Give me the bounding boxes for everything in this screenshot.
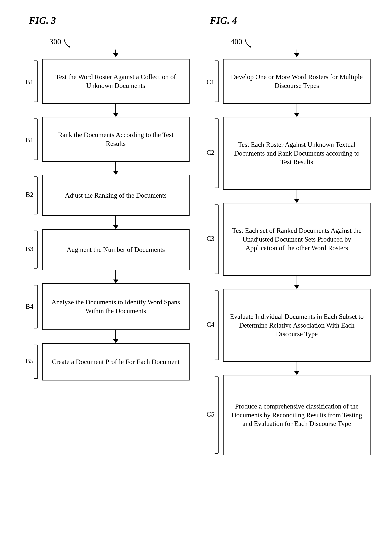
step-b5-row: B5 Create a Document Profile For Each Do… [21,343,190,380]
c4-bracket-col: C4 [202,289,223,362]
b1b-bracket: B1 [24,117,39,162]
c2-box-col: Test Each Roster Against Unknown Textual… [223,117,371,190]
b3-bracket: B3 [24,229,39,270]
step-b1a-row: B1 Test the Word Roster Against a Collec… [21,59,190,104]
fig4-title: FIG. 4 [210,15,237,26]
step-b2-box: Adjust the Ranking of the Documents [42,175,190,216]
step-c5-row: C5 Produce a comprehensive classificatio… [202,375,371,455]
step-b1b-text: Rank the Documents According to the Test… [48,130,183,148]
step-b3-box: Augment the Number of Documents [42,229,190,270]
c5-box-col: Produce a comprehensive classification o… [223,375,371,455]
step-c2-row: C2 Test Each Roster Against Unknown Text… [202,117,371,190]
step-b4-row: B4 Analyze the Documents to Identify Wor… [21,283,190,330]
svg-text:B2: B2 [26,191,33,198]
c5-bracket-col: C5 [202,375,223,455]
step-c1-box: Develop One or More Word Rosters for Mul… [223,59,371,104]
step-c4-text: Evaluate Individual Documents in Each Su… [229,312,364,338]
b1a-bracket-col: B1 [21,59,42,104]
c2-bracket: C2 [205,117,220,190]
step-b5-box: Create a Document Profile For Each Docum… [42,343,190,380]
fig4-ref: 400 [230,37,242,46]
c1-bracket: C1 [205,59,220,104]
step-b1a-text: Test the Word Roster Against a Collectio… [48,73,183,90]
b2-bracket: B2 [24,175,39,216]
step-c4-row: C4 Evaluate Individual Documents in Each… [202,289,371,362]
step-c3-box: Test Each set of Ranked Documents Agains… [223,203,371,276]
c3-bracket-col: C3 [202,203,223,276]
c2-bracket-col: C2 [202,117,223,190]
c1-box-col: Develop One or More Word Rosters for Mul… [223,59,371,104]
step-c2-box: Test Each Roster Against Unknown Textual… [223,117,371,190]
svg-text:C5: C5 [206,411,214,418]
step-b1a-box: Test the Word Roster Against a Collectio… [42,59,190,104]
step-b1b-box: Rank the Documents According to the Test… [42,117,190,162]
b4-bracket-col: B4 [21,283,42,330]
c1-bracket-col: C1 [202,59,223,104]
step-b4-text: Analyze the Documents to Identify Word S… [48,298,183,316]
svg-text:C4: C4 [206,321,214,328]
svg-text:B5: B5 [26,357,33,365]
svg-text:B3: B3 [26,245,33,253]
b3-bracket-col: B3 [21,229,42,270]
b1b-bracket-col: B1 [21,117,42,162]
figure-3: FIG. 3 300 [21,15,190,380]
figures-container: FIG. 3 300 [15,11,377,455]
svg-text:B1: B1 [26,78,33,86]
b3-box-col: Augment the Number of Documents [42,229,190,270]
svg-text:C3: C3 [206,235,214,242]
step-b3-text: Augment the Number of Documents [67,245,165,254]
c5-bracket: C5 [205,375,220,455]
step-c5-text: Produce a comprehensive classification o… [229,402,364,428]
fig3-title: FIG. 3 [29,15,56,26]
svg-text:C2: C2 [206,149,214,156]
fig3-ref: 300 [49,37,61,46]
step-c1-text: Develop One or More Word Rosters for Mul… [229,73,364,90]
figure-4: FIG. 4 400 [202,15,371,455]
b5-bracket-col: B5 [21,343,42,380]
step-b5-text: Create a Document Profile For Each Docum… [52,358,180,366]
step-b2-text: Adjust the Ranking of the Documents [65,191,167,200]
b1a-bracket: B1 [24,59,39,104]
b1b-box-col: Rank the Documents According to the Test… [42,117,190,162]
step-c3-row: C3 Test Each set of Ranked Documents Aga… [202,203,371,276]
svg-text:B4: B4 [26,303,33,310]
step-c1-row: C1 Develop One or More Word Rosters for … [202,59,371,104]
step-b1b-row: B1 Rank the Documents According to the T… [21,117,190,162]
step-b4-box: Analyze the Documents to Identify Word S… [42,283,190,330]
c3-box-col: Test Each set of Ranked Documents Agains… [223,203,371,276]
step-c5-box: Produce a comprehensive classification o… [223,375,371,455]
b2-bracket-col: B2 [21,175,42,216]
step-c3-text: Test Each set of Ranked Documents Agains… [229,226,364,252]
b5-box-col: Create a Document Profile For Each Docum… [42,343,190,380]
page: FIG. 3 300 [0,0,392,545]
c4-box-col: Evaluate Individual Documents in Each Su… [223,289,371,362]
b1a-box-col: Test the Word Roster Against a Collectio… [42,59,190,104]
b2-box-col: Adjust the Ranking of the Documents [42,175,190,216]
svg-text:B1: B1 [26,136,33,144]
ref-arrow-4 [244,38,255,50]
svg-text:C1: C1 [206,78,214,86]
ref-arrow-3 [63,38,74,50]
b4-bracket: B4 [24,283,39,330]
step-b3-row: B3 Augment the Number of Documents [21,229,190,270]
c3-bracket: C3 [205,203,220,276]
b4-box-col: Analyze the Documents to Identify Word S… [42,283,190,330]
step-c2-text: Test Each Roster Against Unknown Textual… [229,140,364,166]
step-b2-row: B2 Adjust the Ranking of the Documents [21,175,190,216]
step-c4-box: Evaluate Individual Documents in Each Su… [223,289,371,362]
b5-bracket: B5 [24,343,39,380]
c4-bracket: C4 [205,289,220,362]
